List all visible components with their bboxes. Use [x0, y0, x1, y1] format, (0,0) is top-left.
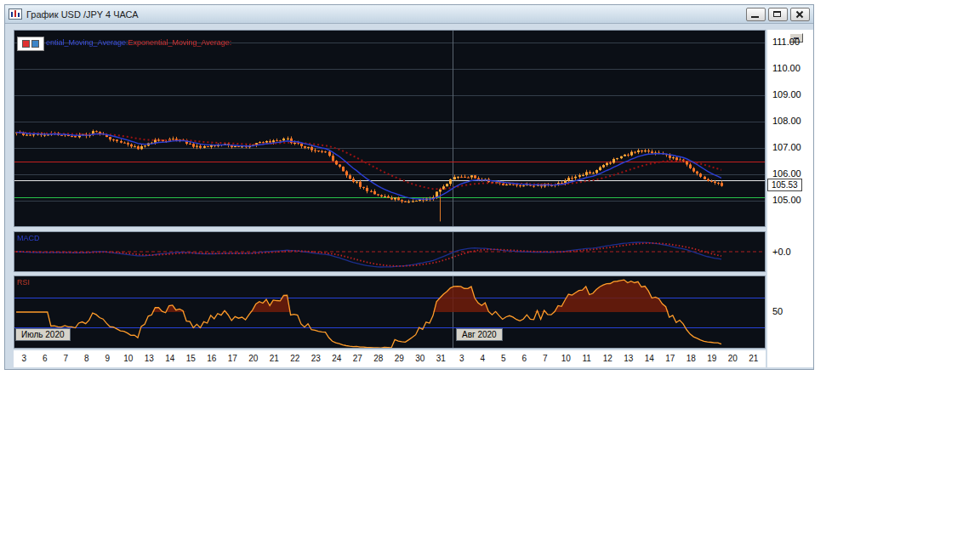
price-axis-label: 109.00 [772, 89, 801, 99]
time-axis-label: 18 [687, 354, 696, 363]
price-axis-label: 105.00 [772, 195, 801, 205]
time-axis-label: 24 [332, 354, 341, 363]
chart-window: График USD /JPY 4 ЧАСА ential_Moving_Ave… [4, 4, 814, 370]
time-axis-label: 12 [603, 354, 612, 363]
ema-blue-label: ential_Moving_Average: [46, 38, 128, 47]
time-axis-label: 14 [645, 354, 654, 363]
time-axis-label: 16 [207, 354, 216, 363]
time-axis-label: 10 [123, 354, 133, 363]
time-axis-label: 30 [415, 354, 424, 363]
indicator-legend[interactable] [17, 37, 44, 51]
time-axis-label: 9 [105, 354, 110, 363]
time-axis-label: 7 [63, 354, 68, 363]
indicator-legend-text: ential_Moving_Average:Exponential_Moving… [46, 38, 231, 47]
price-axis-label: 107.00 [772, 142, 801, 152]
price-panel: ential_Moving_Average:Exponential_Moving… [14, 30, 766, 227]
ema-red-label: Exponential_Moving_Average: [128, 38, 231, 47]
rsi-panel-label: RSI [17, 278, 30, 287]
time-axis-label: 3 [459, 354, 464, 363]
macd-panel: MACD [14, 231, 766, 272]
time-axis-label: 17 [665, 354, 675, 363]
macd-panel-canvas[interactable] [14, 232, 765, 271]
price-axis[interactable]: 105.53 +0.0 50 111.00110.00109.00108.001… [767, 30, 813, 367]
time-axis-label: 17 [228, 354, 237, 363]
time-axis-label: 21 [270, 354, 279, 363]
ema-blue-swatch-icon [31, 40, 39, 48]
ema-red-swatch-icon [22, 40, 30, 48]
time-axis-label: 8 [84, 354, 89, 363]
time-axis-label: 13 [624, 354, 633, 363]
month-label-aug: Авг 2020 [456, 328, 503, 341]
time-axis-label: 28 [373, 354, 383, 363]
time-axis-label: 7 [543, 354, 548, 363]
month-label-july: Июль 2020 [15, 328, 71, 341]
time-axis-label: 6 [521, 354, 527, 363]
time-axis-label: 20 [728, 354, 738, 363]
macd-zero-label: +0.0 [772, 247, 791, 257]
close-button[interactable] [790, 8, 810, 21]
maximize-icon [773, 11, 781, 17]
time-axis-label: 4 [480, 354, 485, 363]
time-axis-label: 5 [501, 354, 506, 363]
chart-area: ential_Moving_Average:Exponential_Moving… [14, 30, 813, 368]
close-icon [791, 9, 809, 20]
price-axis-label: 110.00 [772, 63, 801, 73]
time-axis-label: 15 [186, 354, 196, 363]
time-axis-label: 11 [583, 354, 591, 363]
time-axis[interactable]: 3678910131415161720212223242728293031345… [14, 350, 766, 367]
time-axis-label: 27 [353, 354, 362, 363]
window-controls [746, 8, 810, 21]
time-axis-label: 19 [707, 354, 716, 363]
time-axis-label: 29 [395, 354, 404, 363]
time-axis-label: 14 [165, 354, 174, 363]
time-axis-label: 13 [145, 354, 154, 363]
rsi-mid-label: 50 [772, 306, 783, 316]
price-axis-label: 111.00 [772, 37, 800, 47]
rsi-panel-canvas[interactable] [14, 276, 765, 348]
time-axis-label: 10 [561, 354, 571, 363]
window-chart-icon [9, 9, 22, 20]
price-panel-canvas[interactable] [14, 31, 765, 226]
time-axis-label: 31 [436, 354, 446, 363]
time-axis-label: 21 [749, 354, 758, 363]
price-axis-label: 108.00 [772, 116, 801, 126]
maximize-button[interactable] [768, 8, 788, 21]
minimize-button[interactable] [746, 8, 766, 21]
minimize-icon [751, 16, 759, 18]
last-price-tag: 105.53 [767, 179, 802, 191]
title-bar[interactable]: График USD /JPY 4 ЧАСА [5, 5, 813, 24]
time-axis-label: 23 [311, 354, 321, 363]
window-title: График USD /JPY 4 ЧАСА [26, 9, 139, 20]
macd-panel-label: MACD [17, 234, 40, 242]
rsi-panel: RSI [14, 276, 766, 349]
price-axis-label: 106.00 [772, 168, 801, 179]
time-axis-label: 22 [290, 354, 299, 363]
time-axis-label: 3 [21, 354, 26, 363]
time-axis-label: 20 [248, 354, 258, 363]
time-axis-label: 6 [43, 354, 48, 363]
